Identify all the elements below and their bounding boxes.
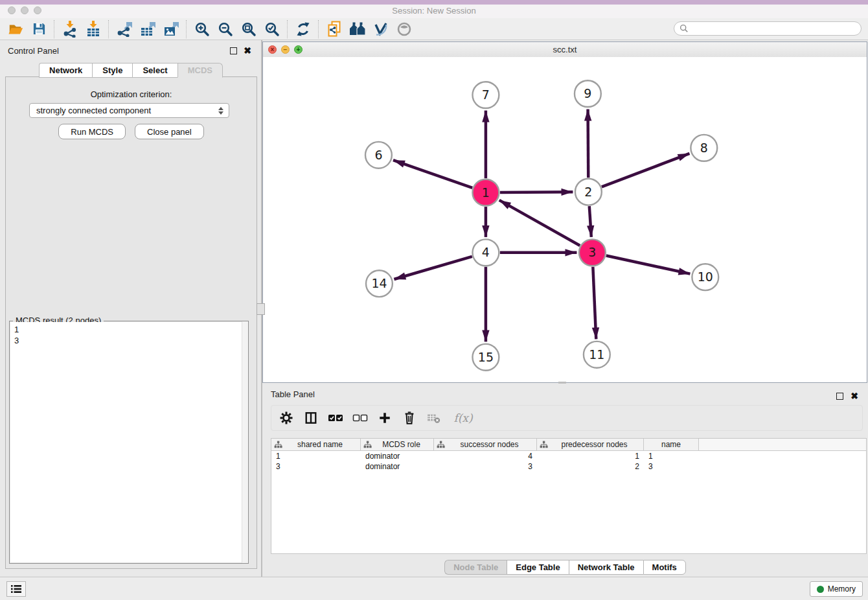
- float-panel-icon[interactable]: [230, 47, 237, 54]
- table-float-icon[interactable]: [836, 393, 843, 400]
- status-bar: Memory: [0, 577, 868, 600]
- graph-edge-4-14[interactable]: [394, 257, 472, 279]
- console-button[interactable]: [6, 581, 26, 597]
- table-row[interactable]: 1dominator411: [271, 451, 866, 461]
- deselect-all-icon[interactable]: [350, 409, 370, 427]
- graph-node-11[interactable]: 11: [584, 341, 610, 368]
- graph-node-10[interactable]: 10: [692, 264, 718, 290]
- graph-edge-3-10[interactable]: [606, 255, 691, 273]
- mcds-result-text[interactable]: 13: [10, 322, 247, 562]
- table-settings-gear-icon[interactable]: [277, 409, 296, 427]
- svg-text:4: 4: [482, 245, 490, 259]
- panel-divider-grip[interactable]: [257, 303, 265, 315]
- column-header-predecessor-nodes[interactable]: predecessor nodes: [537, 439, 644, 450]
- graph-edge-1-2[interactable]: [500, 192, 573, 192]
- cell-predecessor-nodes[interactable]: 2: [537, 462, 644, 471]
- show-column-icon[interactable]: [301, 409, 321, 427]
- cell-predecessor-nodes[interactable]: 1: [537, 452, 644, 461]
- svg-text:8: 8: [700, 141, 708, 155]
- graph-edge-1-6[interactable]: [393, 160, 472, 188]
- network-canvas-svg[interactable]: 7968124314101511: [263, 57, 867, 382]
- apply-layout-icon[interactable]: [291, 19, 315, 39]
- svg-text:10: 10: [698, 270, 713, 284]
- graph-node-6[interactable]: 6: [365, 142, 392, 168]
- network-window-titlebar[interactable]: × − + scc.txt: [263, 42, 867, 58]
- network-resize-grip[interactable]: [558, 382, 566, 384]
- column-header-successor-nodes[interactable]: successor nodes: [434, 439, 537, 450]
- open-session-icon[interactable]: [4, 19, 27, 39]
- select-spinner-icon: [217, 106, 225, 116]
- save-session-icon[interactable]: [27, 19, 51, 39]
- zoom-in-icon[interactable]: [190, 19, 214, 39]
- zoom-out-icon[interactable]: [214, 19, 237, 39]
- column-header-shared-name[interactable]: shared name: [271, 439, 361, 450]
- graph-node-7[interactable]: 7: [472, 82, 499, 108]
- node-table-body: 1dominator4113dominator323: [271, 451, 866, 472]
- tab-motifs[interactable]: Motifs: [643, 560, 686, 575]
- create-column-icon[interactable]: [375, 409, 394, 427]
- tab-edge-table[interactable]: Edge Table: [507, 560, 568, 575]
- graph-edge-3-11[interactable]: [593, 267, 596, 340]
- column-header-name[interactable]: name: [644, 439, 699, 450]
- memory-button[interactable]: Memory: [810, 581, 863, 597]
- result-line: 3: [10, 335, 247, 346]
- export-table-icon[interactable]: [136, 19, 159, 39]
- close-panel-button[interactable]: Close panel: [135, 124, 204, 139]
- export-image-icon[interactable]: [159, 19, 183, 39]
- cell-shared-name[interactable]: 3: [271, 462, 361, 471]
- run-mcds-button[interactable]: Run MCDS: [58, 124, 126, 139]
- cell-successor-nodes[interactable]: 3: [434, 462, 537, 471]
- titlebar-accent-strip: [0, 0, 868, 5]
- delete-column-icon[interactable]: [400, 409, 419, 427]
- tab-select[interactable]: Select: [132, 63, 177, 78]
- graph-node-4[interactable]: 4: [472, 239, 499, 266]
- svg-text:6: 6: [374, 148, 382, 162]
- cell-shared-name[interactable]: 1: [271, 452, 361, 461]
- tab-style[interactable]: Style: [92, 63, 132, 78]
- graph-node-15[interactable]: 15: [472, 344, 499, 371]
- zoom-fit-icon[interactable]: [237, 19, 260, 39]
- select-all-icon[interactable]: [326, 409, 345, 427]
- tab-network-table[interactable]: Network Table: [569, 560, 643, 575]
- graph-node-8[interactable]: 8: [691, 135, 717, 161]
- zoom-selected-icon[interactable]: [260, 19, 284, 39]
- cell-MCDS-role[interactable]: dominator: [361, 462, 434, 471]
- cell-MCDS-role[interactable]: dominator: [361, 452, 434, 461]
- graph-node-9[interactable]: 9: [575, 80, 601, 107]
- import-network-icon[interactable]: [58, 19, 82, 39]
- control-panel-tabs: NetworkStyleSelectMCDS: [0, 63, 262, 78]
- export-network-icon[interactable]: [113, 19, 136, 39]
- tab-node-table[interactable]: Node Table: [444, 560, 507, 575]
- header-filler: [699, 439, 866, 450]
- svg-text:3: 3: [588, 245, 596, 259]
- home-view-icon[interactable]: [346, 19, 369, 39]
- mcds-result-box: MCDS result (2 nodes) 13: [9, 321, 249, 564]
- result-scrollbar[interactable]: [242, 321, 248, 563]
- graph-edge-2-9[interactable]: [588, 110, 589, 178]
- fx-label: f(x): [453, 411, 472, 424]
- table-row[interactable]: 3dominator323: [271, 461, 866, 472]
- cell-name[interactable]: 3: [644, 462, 699, 471]
- graph-edge-2-3[interactable]: [589, 206, 591, 237]
- graph-node-3[interactable]: 3: [579, 239, 606, 266]
- cell-name[interactable]: 1: [644, 452, 699, 461]
- clone-network-icon[interactable]: [323, 19, 346, 39]
- graph-edge-2-8[interactable]: [602, 154, 690, 187]
- graph-node-2[interactable]: 2: [575, 179, 602, 205]
- graph-node-14[interactable]: 14: [366, 270, 393, 297]
- tab-network[interactable]: Network: [39, 63, 92, 78]
- import-table-icon[interactable]: [82, 19, 105, 39]
- tab-mcds[interactable]: MCDS: [177, 63, 223, 78]
- main-toolbar: [0, 18, 868, 40]
- graphics-details-icon[interactable]: [369, 19, 393, 39]
- graph-edge-3-1[interactable]: [499, 200, 580, 246]
- column-header-MCDS-role[interactable]: MCDS role: [361, 439, 434, 450]
- birds-eye-view-icon[interactable]: [393, 19, 416, 39]
- search-input[interactable]: [689, 23, 853, 34]
- table-close-icon[interactable]: ✖: [851, 391, 858, 401]
- cell-successor-nodes[interactable]: 4: [434, 452, 537, 461]
- close-panel-icon[interactable]: ✖: [244, 45, 251, 56]
- criterion-select[interactable]: strongly connected component: [29, 103, 229, 118]
- graph-node-1[interactable]: 1: [472, 179, 499, 206]
- network-canvas[interactable]: 7968124314101511: [263, 57, 867, 382]
